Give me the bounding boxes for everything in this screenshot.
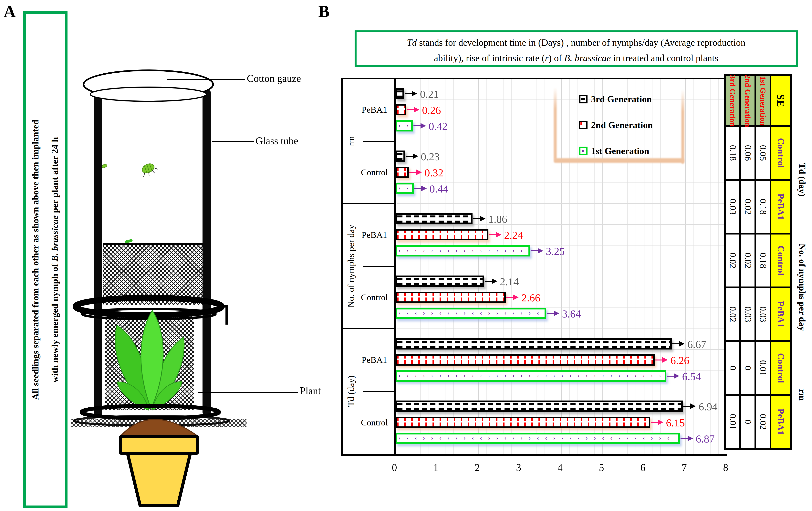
value-arrow-line	[409, 172, 417, 173]
gridline-horizontal	[397, 99, 726, 100]
value-arrow-head	[412, 91, 417, 96]
value-arrow-head	[538, 248, 543, 254]
legend-label: 1st Generation	[591, 146, 649, 156]
bar-value-label: 2.14	[500, 276, 519, 288]
legend-label: 2nd Generation	[591, 120, 653, 130]
legend-item: 3rd Generation	[579, 94, 652, 105]
value-arrow-head	[480, 216, 486, 221]
bar-gen3	[396, 338, 672, 349]
group-separator-line	[342, 328, 396, 329]
se-treatment-text: Control	[776, 138, 786, 168]
value-arrow-head	[414, 107, 419, 112]
se-value: 0.03	[726, 181, 740, 233]
value-arrow-head	[662, 357, 668, 363]
category-axis-line	[394, 79, 396, 456]
se-value: 0.01	[726, 396, 740, 448]
se-section-label: rm	[797, 389, 808, 401]
bar-gen1: › ‹ ‹ › › ‹ ‹ › › ‹ ‹ › › ‹ ‹ › › ‹ ‹ › …	[396, 433, 680, 444]
plot-top-border	[341, 78, 727, 79]
se-value: 0.06	[741, 127, 754, 179]
se-value-text: 0	[743, 366, 753, 370]
value-arrow-line	[531, 250, 538, 251]
se-value-text: 0.02	[743, 253, 753, 268]
bar-gen2	[396, 229, 488, 240]
value-arrow-line	[473, 218, 481, 219]
x-tick-label: 0	[392, 462, 397, 473]
group-label: rm	[346, 136, 356, 146]
bar-value-label: 6.54	[682, 370, 701, 382]
group-label: Td (day)	[346, 376, 356, 407]
x-tick-label: 7	[682, 462, 687, 473]
value-arrow-line	[651, 422, 658, 423]
gridline-horizontal	[397, 141, 726, 141]
bar-value-label: 6.94	[699, 400, 718, 413]
se-value-text: 0.01	[758, 360, 768, 376]
se-treatment: Control	[772, 342, 790, 394]
bar-value-label: 0.32	[425, 166, 443, 179]
se-value-text: 0.18	[728, 145, 738, 161]
bar-gen2	[396, 417, 650, 428]
bar-value-label: 0.26	[422, 104, 441, 116]
se-value-text: 0.02	[758, 414, 768, 430]
treatment-separator-line	[362, 266, 396, 267]
se-value-text: 0.03	[743, 306, 753, 322]
bar-gen3	[396, 88, 404, 99]
group-separator-line	[342, 203, 396, 204]
value-arrow-line	[506, 297, 514, 298]
se-value-text: 0.05	[758, 145, 768, 161]
x-tick-label: 3	[516, 462, 521, 473]
bar-gen2	[396, 292, 506, 303]
bar-gen1: › ‹ ‹ › › ‹ ‹ › › ‹ ‹ › › ‹ ‹ › › ‹ ‹ › …	[396, 370, 666, 382]
bar-gen1: › ‹ ‹ › › ‹ ‹ › › ‹ ‹ › › ‹ ‹ › › ‹ ‹ › …	[396, 183, 414, 194]
se-value: 0.03	[741, 288, 754, 340]
value-arrow-head	[674, 373, 679, 379]
se-value: 0.03	[756, 288, 770, 340]
gridline-horizontal	[397, 203, 726, 204]
se-value: 0	[726, 342, 740, 394]
value-arrow-line	[655, 360, 663, 361]
se-value-text: 0.02	[743, 199, 753, 215]
se-treatment: PeBA1	[772, 288, 790, 340]
value-arrow-head	[421, 186, 427, 191]
se-treatment-text: PeBA1	[776, 301, 786, 328]
se-value-text: 0	[728, 366, 738, 370]
se-section-label: No. of nymphs per day	[797, 244, 808, 331]
se-value: 0	[741, 342, 754, 394]
value-arrow-line	[672, 343, 679, 344]
se-treatment-text: PeBA1	[776, 194, 786, 220]
treatment-label: Control	[361, 417, 388, 428]
se-value-text: 0.06	[743, 145, 753, 161]
value-arrow-head	[554, 311, 559, 316]
value-arrow-head	[688, 436, 693, 441]
bar-gen3	[396, 213, 472, 224]
bar-gen3	[396, 400, 683, 412]
value-arrow-line	[406, 156, 413, 157]
x-tick-label: 5	[599, 462, 604, 473]
se-col-header: 3rd Generation	[726, 76, 740, 125]
bar-gen1: › ‹ ‹ › › ‹ ‹ › › ‹ ‹ › › ‹ ‹ › › ‹ ‹ › …	[396, 308, 546, 319]
value-arrow-head	[679, 341, 685, 346]
value-arrow-line	[489, 234, 496, 235]
bar-value-label: 2.24	[504, 229, 523, 242]
value-arrow-head	[420, 123, 426, 129]
gen3-legend-marker-icon	[579, 95, 587, 104]
se-treatment: PeBA1	[772, 396, 790, 448]
value-arrow-head	[658, 420, 663, 425]
value-arrow-head	[413, 153, 418, 159]
se-value-text: 0.01	[728, 414, 738, 430]
se-treatment: Control	[772, 234, 790, 286]
value-arrow-head	[496, 232, 501, 237]
se-value: 0.02	[726, 288, 740, 340]
gen2-legend-marker-icon	[579, 121, 587, 129]
legend-shadow-left	[554, 87, 557, 160]
x-tick-label: 4	[557, 462, 562, 473]
gen1-legend-marker-icon	[579, 147, 587, 155]
se-value: 0.18	[756, 234, 770, 286]
treatment-label: PeBA1	[361, 105, 387, 115]
treatment-label: Control	[361, 292, 388, 303]
x-tick-label: 2	[475, 462, 480, 473]
group-label: No. of nymphs per day	[346, 225, 356, 308]
bar-value-label: 6.87	[696, 433, 715, 445]
bar-value-label: 1.86	[488, 213, 507, 225]
se-value: 0	[741, 396, 754, 448]
